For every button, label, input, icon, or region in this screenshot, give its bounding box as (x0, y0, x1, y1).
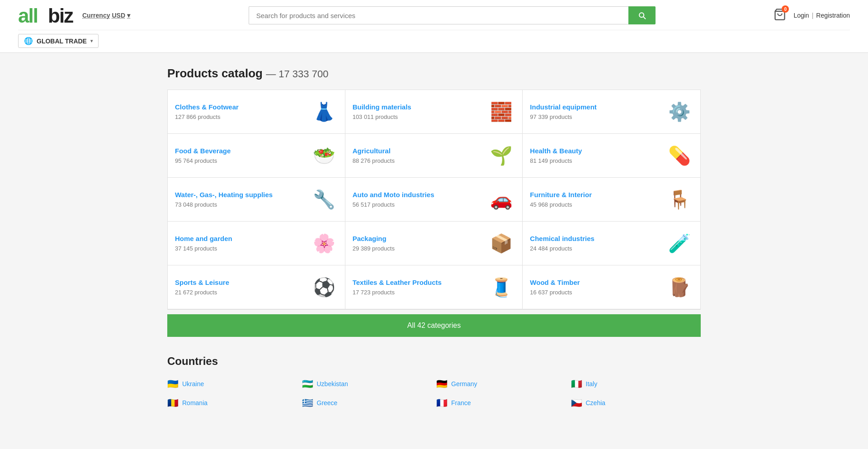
category-item[interactable]: Health & Beauty 81 149 products 💊 (523, 134, 700, 178)
country-flag: 🇨🇿 (571, 397, 582, 408)
category-item[interactable]: Home and garden 37 145 products 🌸 (168, 222, 345, 265)
auth-links: Login | Registration (793, 12, 850, 19)
currency-selector[interactable]: Currency USD ▾ (82, 12, 130, 19)
main-content: Products catalog — 17 333 700 Clothes & … (149, 53, 719, 424)
category-info: Packaging 29 389 products (353, 235, 488, 252)
category-name: Agricultural (353, 147, 488, 155)
country-item[interactable]: 🇫🇷 France (436, 396, 566, 410)
country-item[interactable]: 🇨🇿 Czehia (571, 396, 701, 410)
country-name: France (451, 399, 471, 406)
all-categories-button[interactable]: All 42 categories (167, 314, 701, 337)
countries-section: Countries 🇺🇦 Ukraine 🇺🇿 Uzbekistan 🇩🇪 Ge… (167, 355, 701, 410)
category-count: 21 672 products (175, 289, 311, 296)
registration-link[interactable]: Registration (816, 12, 850, 19)
country-flag: 🇫🇷 (436, 397, 448, 408)
category-count: 73 048 products (175, 201, 311, 208)
category-image: 🌱 (488, 142, 515, 169)
catalog-title: Products catalog — 17 333 700 (167, 66, 701, 80)
category-image: 🧪 (666, 230, 693, 257)
category-item[interactable]: Agricultural 88 276 products 🌱 (345, 134, 523, 178)
category-image: 📦 (488, 230, 515, 257)
country-name: Ukraine (182, 380, 204, 388)
category-image: 🧵 (488, 274, 515, 301)
category-item[interactable]: Chemical industries 24 484 products 🧪 (523, 222, 700, 265)
category-image: 🪑 (666, 186, 693, 213)
category-item[interactable]: Industrial equipment 97 339 products ⚙️ (523, 90, 700, 134)
category-name: Sports & Leisure (175, 279, 311, 286)
category-count: 95 764 products (175, 157, 311, 164)
country-flag: 🇮🇹 (571, 378, 582, 389)
category-image: 🪵 (666, 274, 693, 301)
currency-chevron: ▾ (127, 12, 130, 19)
category-item[interactable]: Packaging 29 389 products 📦 (345, 222, 523, 265)
global-trade-button[interactable]: 🌐 GLOBAL TRADE ▾ (18, 34, 99, 48)
category-item[interactable]: Wood & Timber 16 637 products 🪵 (523, 265, 700, 309)
country-item[interactable]: 🇺🇿 Uzbekistan (302, 377, 432, 391)
logo[interactable]: all biz (18, 5, 77, 26)
global-trade-bar: 🌐 GLOBAL TRADE ▾ (18, 30, 850, 52)
country-flag: 🇺🇦 (167, 378, 179, 389)
country-item[interactable]: 🇩🇪 Germany (436, 377, 566, 391)
country-item[interactable]: 🇮🇹 Italy (571, 377, 701, 391)
category-count: 37 145 products (175, 245, 311, 252)
category-image: 🌸 (311, 230, 338, 257)
category-count: 103 011 products (353, 113, 488, 120)
category-info: Agricultural 88 276 products (353, 147, 488, 164)
country-name: Italy (586, 380, 598, 388)
category-item[interactable]: Textiles & Leather Products 17 723 produ… (345, 265, 523, 309)
category-name: Water-, Gas-, Heating supplies (175, 191, 311, 199)
category-name: Auto and Moto industries (353, 191, 488, 199)
country-flag: 🇷🇴 (167, 397, 179, 408)
category-name: Wood & Timber (530, 279, 666, 286)
country-item[interactable]: 🇷🇴 Romania (167, 396, 297, 410)
cart-badge: 0 (782, 5, 789, 13)
country-flag: 🇩🇪 (436, 378, 448, 389)
country-name: Romania (182, 399, 208, 406)
cart-icon[interactable]: 0 (774, 8, 786, 23)
category-count: 81 149 products (530, 157, 666, 164)
category-count: 127 866 products (175, 113, 311, 120)
category-info: Wood & Timber 16 637 products (530, 279, 666, 296)
countries-grid: 🇺🇦 Ukraine 🇺🇿 Uzbekistan 🇩🇪 Germany 🇮🇹 I… (167, 377, 701, 410)
category-image: 👗 (311, 98, 338, 125)
category-info: Water-, Gas-, Heating supplies 73 048 pr… (175, 191, 311, 208)
search-button[interactable] (628, 6, 656, 24)
country-item[interactable]: 🇬🇷 Greece (302, 396, 432, 410)
category-item[interactable]: Auto and Moto industries 56 517 products… (345, 178, 523, 222)
category-image: 🚗 (488, 186, 515, 213)
category-info: Sports & Leisure 21 672 products (175, 279, 311, 296)
category-item[interactable]: Water-, Gas-, Heating supplies 73 048 pr… (168, 178, 345, 222)
category-info: Auto and Moto industries 56 517 products (353, 191, 488, 208)
currency-value: USD (112, 12, 125, 19)
category-count: 24 484 products (530, 245, 666, 252)
category-name: Home and garden (175, 235, 311, 242)
category-item[interactable]: Clothes & Footwear 127 866 products 👗 (168, 90, 345, 134)
category-count: 29 389 products (353, 245, 488, 252)
catalog-title-text: Products catalog (167, 66, 263, 80)
category-count: 97 339 products (530, 113, 666, 120)
category-item[interactable]: Building materials 103 011 products 🧱 (345, 90, 523, 134)
category-item[interactable]: Sports & Leisure 21 672 products ⚽ (168, 265, 345, 309)
category-name: Health & Beauty (530, 147, 666, 155)
category-info: Industrial equipment 97 339 products (530, 103, 666, 120)
category-info: Chemical industries 24 484 products (530, 235, 666, 252)
header-right: 0 Login | Registration (774, 8, 850, 23)
login-link[interactable]: Login (793, 12, 809, 19)
category-name: Textiles & Leather Products (353, 279, 488, 286)
country-flag: 🇺🇿 (302, 378, 313, 389)
category-grid: Clothes & Footwear 127 866 products 👗 Bu… (167, 90, 701, 310)
country-item[interactable]: 🇺🇦 Ukraine (167, 377, 297, 391)
category-name: Food & Beverage (175, 147, 311, 155)
category-image: 🥗 (311, 142, 338, 169)
category-count: 17 723 products (353, 289, 488, 296)
currency-label: Currency (82, 12, 110, 19)
search-input[interactable] (249, 6, 628, 24)
category-name: Chemical industries (530, 235, 666, 242)
category-image: 💊 (666, 142, 693, 169)
catalog-count: — 17 333 700 (266, 68, 328, 80)
category-item[interactable]: Furniture & Interior 45 968 products 🪑 (523, 178, 700, 222)
global-trade-label: GLOBAL TRADE (37, 38, 87, 45)
category-count: 88 276 products (353, 157, 488, 164)
category-info: Textiles & Leather Products 17 723 produ… (353, 279, 488, 296)
category-item[interactable]: Food & Beverage 95 764 products 🥗 (168, 134, 345, 178)
